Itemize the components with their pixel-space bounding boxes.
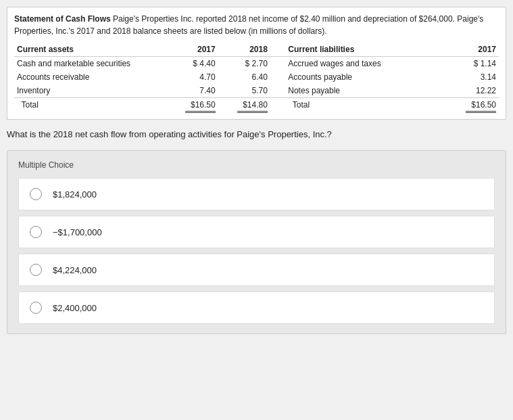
table-row: Inventory7.405.70 Notes payable12.22 (14, 84, 499, 98)
asset-label: Accounts receivable (14, 70, 166, 84)
balance-sheet-table: Current assets 2017 2018 Current liabili… (14, 43, 499, 114)
liab-val-2017: 3.14 (447, 70, 499, 84)
asset-val-2017: $ 4.40 (166, 57, 218, 71)
current-assets-header: Current assets (14, 43, 166, 57)
asset-label: Cash and marketable securities (14, 57, 166, 71)
option-text: $2,400,000 (53, 303, 97, 313)
asset-val-2017: 7.40 (166, 84, 218, 98)
radio-circle (30, 226, 42, 238)
liab-label: Accounts payable (285, 70, 447, 84)
multiple-choice-box: Multiple Choice $1,824,000−$1,700,000$4,… (7, 150, 506, 334)
liab-label: Notes payable (285, 84, 447, 98)
year-2018-header: 2018 (218, 43, 270, 57)
liab-label: Accrued wages and taxes (285, 57, 447, 71)
question-text: What is the 2018 net cash flow from oper… (7, 129, 506, 139)
asset-val-2017: 4.70 (166, 70, 218, 84)
total-2017: $16.50 (166, 98, 218, 114)
asset-val-2018: 6.40 (218, 70, 270, 84)
option-row[interactable]: $2,400,000 (18, 291, 495, 324)
total-liab-label: Total (285, 98, 447, 114)
radio-circle (30, 302, 42, 314)
asset-label: Inventory (14, 84, 166, 98)
statement-title: Statement of Cash Flows (14, 14, 111, 24)
asset-val-2018: $ 2.70 (218, 57, 270, 71)
option-text: $1,824,000 (53, 189, 97, 200)
liab-val-2017: $ 1.14 (447, 57, 499, 71)
liab-val-2017: 12.22 (447, 84, 499, 98)
option-row[interactable]: −$1,700,000 (18, 216, 495, 248)
radio-circle (30, 264, 42, 276)
option-text: $4,224,000 (53, 265, 97, 275)
option-row[interactable]: $1,824,000 (18, 178, 495, 210)
total-2018: $14.80 (218, 98, 270, 114)
total-liab-2017: $16.50 (447, 98, 499, 114)
total-asset-label: Total (14, 98, 166, 114)
liabilities-header: Current liabilities (285, 43, 447, 57)
table-row: Cash and marketable securities$ 4.40$ 2.… (14, 57, 499, 71)
table-row: Accounts receivable4.706.40 Accounts pay… (14, 70, 499, 84)
radio-circle (30, 188, 42, 200)
asset-val-2018: 5.70 (218, 84, 270, 98)
option-row[interactable]: $4,224,000 (18, 254, 495, 286)
options-container: $1,824,000−$1,700,000$4,224,000$2,400,00… (18, 178, 495, 324)
liab-year-2017-header: 2017 (447, 43, 499, 57)
year-2017-header: 2017 (166, 43, 218, 57)
option-text: −$1,700,000 (53, 227, 102, 237)
mc-label: Multiple Choice (18, 160, 495, 170)
statement-box: Statement of Cash Flows Paige's Properti… (7, 7, 506, 120)
